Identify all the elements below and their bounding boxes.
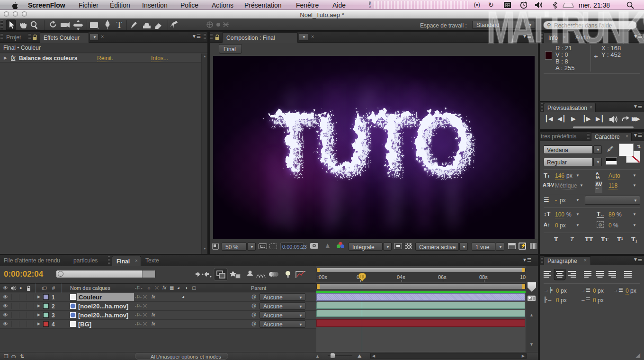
svg-text:TUTO: TUTO [268,96,470,187]
svg-text:T: T [116,20,122,30]
